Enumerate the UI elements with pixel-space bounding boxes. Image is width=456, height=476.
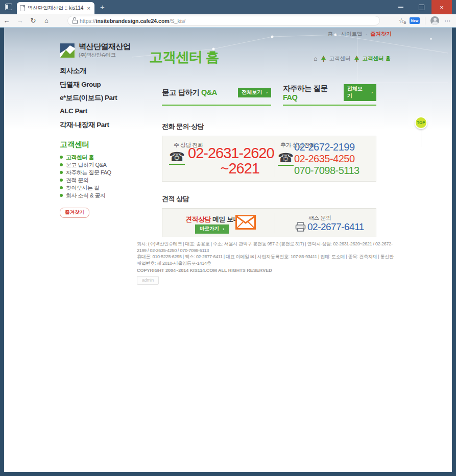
main-phone-number: 02-2631-2620: [188, 145, 274, 162]
submenu-faq[interactable]: 자주하는 질문 FAQ: [60, 169, 152, 177]
page-title: 고객센터 홈: [149, 48, 219, 66]
minimize-button[interactable]: [391, 0, 411, 14]
logo-text: 벽산단열재산업 (주)벽산인슈테크: [79, 42, 131, 59]
site-logo[interactable]: 벽산단열재산업 (주)벽산인슈테크: [60, 42, 131, 59]
sidebar-navigation: 회사소개 단열재 Group e*보드(이보드) Part ALC Part 각…: [60, 66, 152, 218]
qna-more-button[interactable]: 전체보기›: [238, 88, 271, 97]
submenu-news[interactable]: 회사 소식 & 공지: [60, 192, 152, 199]
arrow-icon: ›: [371, 90, 373, 95]
extra-phone-number-3: 070-7098-5113: [294, 165, 359, 177]
close-button[interactable]: ×: [431, 0, 452, 14]
sidebar-section-customer-center[interactable]: 고객센터: [60, 140, 152, 149]
util-favorite-link[interactable]: 즐겨찾기: [370, 31, 392, 38]
toolbar-divider: [425, 17, 425, 24]
bullet-icon: [60, 171, 63, 174]
favorites-star-icon[interactable]: ☆⚙: [398, 17, 404, 24]
fax-machine-icon: [295, 222, 306, 232]
refresh-button[interactable]: ↻: [27, 17, 40, 24]
sidebar-item-company[interactable]: 회사소개: [60, 66, 152, 80]
submenu-quote[interactable]: 견적 문의: [60, 177, 152, 184]
tree-icon: [321, 56, 326, 62]
box-divider: [275, 213, 275, 233]
breadcrumb-level1[interactable]: 고객센터: [329, 55, 351, 62]
profile-avatar[interactable]: [430, 16, 439, 25]
titlebar-padding: [452, 0, 456, 14]
page-favicon-icon: [20, 5, 25, 11]
bullet-icon: [60, 186, 63, 189]
extra-phone-numbers: 02-2672-2199 02-2635-4250 070-7098-5113: [294, 141, 359, 177]
telephone-icon: ☎: [169, 151, 185, 165]
arrow-icon: ›: [223, 226, 224, 232]
submenu-directions[interactable]: 찾아오시는 길: [60, 184, 152, 192]
box-divider: [275, 140, 275, 177]
lock-icon: [73, 19, 77, 23]
footer-line2: 휴대폰: 010-5225-6295 | 팩스: 02-2677-6411 | …: [137, 254, 395, 266]
logo-company-name: 벽산단열재산업: [79, 42, 131, 52]
telephone-icon: ☎: [278, 152, 294, 166]
phone-box: 주 상담 전화 ☎ 02-2631-2620 ~2621 추가 상담 전화 ☎ …: [162, 136, 376, 182]
back-button[interactable]: ←: [0, 17, 13, 24]
breadcrumb-home-icon[interactable]: ⌂: [314, 55, 317, 62]
web-page: 홈 · 사이트맵 · 즐겨찾기 벽산단열재산업 (주)벽산인슈테크 고객센터 홈…: [4, 28, 452, 472]
address-bar[interactable]: https://insitebrandesign.cafe24.com/S_ki…: [67, 16, 380, 26]
util-sitemap-link[interactable]: 사이트맵: [341, 31, 363, 38]
browser-titlebar: 벽산단열재산업 :: kis114.com 이 × + ×: [0, 0, 456, 14]
bullet-icon: [60, 163, 63, 166]
qna-title: 묻고 답하기 Q&A: [162, 88, 217, 97]
browser-tab[interactable]: 벽산단열재산업 :: kis114.com 이 ×: [17, 2, 94, 14]
bullet-icon: [60, 194, 63, 197]
footer-copyright: COPYRIGHT 2004~2014 KIS114.COM ALL RIGHT…: [137, 267, 395, 274]
main-phone-number-range: ~2621: [221, 160, 259, 177]
faq-more-button[interactable]: 전체보기›: [344, 84, 376, 101]
footer-line1: 회사: (주)벽산인슈테크 | 대표: 송용호 | 주소: 서울시 관악구 봉천…: [137, 241, 395, 254]
tree-icon: [354, 56, 359, 62]
tab-actions-icon[interactable]: [5, 4, 12, 10]
logo-mountain-icon: [60, 43, 75, 58]
util-separator: ·: [336, 31, 338, 37]
logo-company-sub: (주)벽산인슈테크: [79, 52, 131, 59]
arrow-icon: ›: [266, 90, 268, 95]
bullet-icon: [60, 179, 63, 182]
util-home-link[interactable]: 홈: [328, 31, 333, 38]
sidebar-favorite-button[interactable]: 즐겨찾기: [60, 208, 89, 218]
sidebar-item-alc-part[interactable]: ALC Part: [60, 107, 152, 121]
fax-label: 팩스 문의: [308, 214, 331, 222]
tab-close-icon[interactable]: ×: [86, 5, 91, 11]
quote-go-button[interactable]: 바로가기›: [195, 224, 229, 234]
phone-section-heading: 전화 문의·상담: [162, 122, 376, 131]
window-controls: ×: [391, 0, 456, 14]
quote-box: 견적상담 메일 보내기 바로가기› 팩스 문의 02-2677-6411: [162, 208, 376, 237]
breadcrumb: ⌂ 고객센터 고객센터 홈: [314, 55, 391, 62]
page-footer: 회사: (주)벽산인슈테크 | 대표: 송용호 | 주소: 서울시 관악구 봉천…: [137, 241, 395, 285]
quote-section-heading: 견적 상담: [162, 194, 376, 204]
main-content: 묻고 답하기 Q&A 전체보기› 자주하는 질문 FAQ 전체보기› 전화 문의…: [162, 84, 376, 237]
new-tab-button[interactable]: +: [100, 3, 105, 11]
new-feature-icon[interactable]: New: [410, 17, 420, 24]
home-button[interactable]: ⌂: [40, 17, 53, 24]
faq-title: 자주하는 질문 FAQ: [283, 84, 344, 102]
submenu-qna[interactable]: 묻고 답하기 Q&A: [60, 161, 152, 169]
sidebar-item-lumber-part[interactable]: 각재·내장재 Part: [60, 120, 152, 134]
sidebar-item-insulation-group[interactable]: 단열재 Group: [60, 80, 152, 94]
forward-button[interactable]: →: [13, 17, 27, 24]
scroll-to-top-button[interactable]: TOP: [415, 116, 427, 129]
bullet-icon: [60, 156, 63, 159]
submenu-customer-home[interactable]: 고객센터 홈: [60, 154, 152, 161]
maximize-button[interactable]: [411, 0, 431, 14]
fax-number: 02-2677-6411: [307, 221, 364, 233]
sidebar-submenu: 고객센터 홈 묻고 답하기 Q&A 자주하는 질문 FAQ 견적 문의 찾아오시…: [60, 154, 152, 199]
util-separator: ·: [366, 31, 368, 37]
utility-links: 홈 · 사이트맵 · 즐겨찾기: [328, 31, 392, 38]
toolbar-right-icons: ☆⚙ New ⋯: [398, 14, 451, 27]
qna-section-header: 묻고 답하기 Q&A 전체보기›: [162, 84, 271, 106]
admin-button[interactable]: admin: [137, 276, 159, 285]
breadcrumb-current: 고객센터 홈: [363, 55, 391, 62]
menu-dots-icon[interactable]: ⋯: [444, 17, 451, 24]
url-text: https://insitebrandesign.cafe24.com/S_ki…: [80, 18, 185, 24]
extra-phone-number-2: 02-2635-4250: [294, 153, 359, 165]
sidebar-item-eboard-part[interactable]: e*보드(이보드) Part: [60, 93, 152, 107]
extra-phone-number-1: 02-2672-2199: [294, 141, 359, 153]
browser-toolbar: ← → ↻ ⌂ https://insitebrandesign.cafe24.…: [0, 14, 456, 27]
mail-envelope-icon[interactable]: [235, 215, 256, 230]
favorites-gear-icon: ⚙: [403, 21, 406, 25]
